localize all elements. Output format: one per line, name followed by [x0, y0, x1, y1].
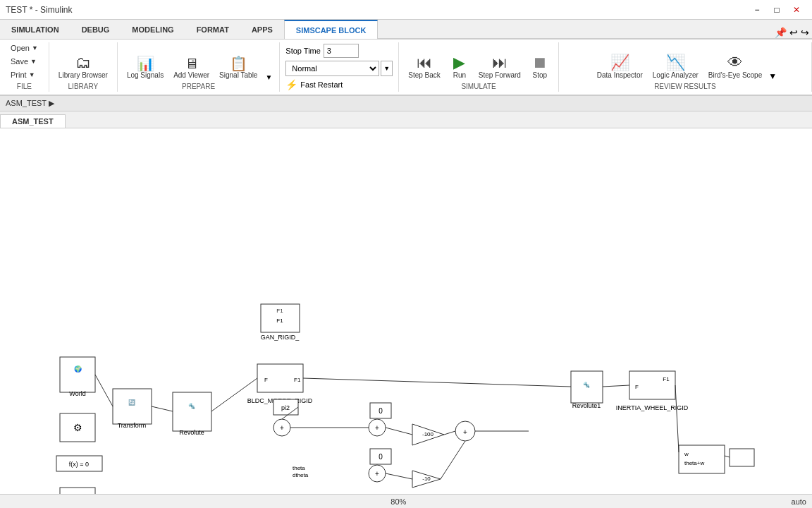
print-button[interactable]: Print ▼ [6, 68, 43, 81]
add-viewer-label: Add Viewer [173, 71, 209, 79]
svg-text:F1: F1 [294, 377, 301, 383]
file-section-items: Open ▼ Save ▼ Print ▼ [6, 42, 43, 81]
wire-display-scope [725, 456, 730, 457]
svg-text:w: w [684, 451, 689, 457]
tab-simscape-block[interactable]: SIMSCAPE BLOCK [284, 20, 379, 39]
file-label: FILE [17, 83, 32, 90]
canvas-area[interactable]: 🌍 World ⚙ f(x) = 0 0 🔄 [0, 128, 812, 494]
tabbar: ASM_TEST [0, 111, 812, 128]
breadcrumb: ASM_TEST ▶ [0, 96, 812, 111]
library-browser-button[interactable]: 🗂 Library Browser [55, 53, 111, 81]
wire-revolute1-inertia [603, 385, 629, 387]
step-back-label: Step Back [408, 71, 441, 79]
ribbon-undo-button[interactable]: ↩ [789, 27, 798, 38]
gain-10-block: -10 [412, 471, 441, 488]
svg-text:0: 0 [379, 453, 383, 461]
display-block: w theta+w [679, 445, 725, 473]
run-label: Run [453, 71, 466, 79]
svg-text:F: F [264, 377, 268, 383]
svg-text:🔩: 🔩 [583, 381, 590, 388]
stop-time-input[interactable] [324, 44, 359, 58]
svg-rect-14 [113, 389, 152, 424]
svg-text:Transform: Transform [118, 422, 147, 429]
run-icon: ▶ [453, 55, 465, 71]
pi2-block: pi2 [273, 399, 298, 415]
library-label: LIBRARY [68, 83, 99, 90]
library-browser-label: Library Browser [59, 71, 108, 79]
svg-text:F1: F1 [276, 318, 283, 324]
run-button[interactable]: ▶ Run [447, 53, 472, 81]
review-label: REVIEW RESULTS [654, 83, 716, 90]
fast-restart-row[interactable]: ⚡ Fast Restart [285, 79, 393, 90]
logic-analyzer-button[interactable]: 📉 Logic Analyzer [649, 53, 702, 81]
tab-apps[interactable]: APPS [240, 20, 284, 39]
simulink-canvas: 🌍 World ⚙ f(x) = 0 0 🔄 [0, 128, 812, 494]
svg-rect-17 [173, 392, 211, 431]
wire-gain100-sum4 [444, 431, 455, 435]
step-forward-button[interactable]: ⏭ Step Forward [475, 53, 524, 81]
simulate-label: SIMULATE [461, 83, 496, 90]
simulate-section: ⏮ Step Back ▶ Run ⏭ Step Forward ⏹ Stop … [399, 42, 559, 92]
tab-asm-test[interactable]: ASM_TEST [0, 114, 66, 128]
theta-label: theta [293, 465, 305, 471]
tab-format[interactable]: FORMAT [185, 20, 240, 39]
library-section: 🗂 Library Browser LIBRARY [49, 42, 118, 92]
stop-time-label: Stop Time [285, 47, 321, 55]
minimize-button[interactable]: − [747, 3, 767, 17]
step-back-button[interactable]: ⏮ Step Back [405, 53, 444, 81]
svg-text:+: + [280, 424, 284, 432]
close-button[interactable]: ✕ [787, 3, 806, 17]
tab-modeling[interactable]: MODELING [121, 20, 185, 39]
sim-mode-dropdown-button[interactable]: ▼ [381, 61, 393, 76]
step-back-icon: ⏮ [417, 55, 432, 71]
file-section: Open ▼ Save ▼ Print ▼ FILE [0, 42, 49, 92]
review-expand-button[interactable]: ▼ [768, 71, 777, 81]
svg-rect-57 [679, 445, 725, 473]
svg-text:Revolute: Revolute [179, 429, 204, 436]
svg-text:🔄: 🔄 [128, 399, 135, 406]
signal-table-icon: 📋 [230, 56, 247, 71]
ribbon-tabs: SIMULATION DEBUG MODELING FORMAT APPS SI… [0, 20, 812, 40]
add-viewer-button[interactable]: 🖥 Add Viewer [170, 54, 213, 81]
maximize-button[interactable]: □ [767, 3, 787, 17]
titlebar-controls: − □ ✕ [747, 3, 806, 17]
prepare-section-items: 📊 Log Signals 🖥 Add Viewer 📋 Signal Tabl… [123, 42, 273, 81]
titlebar: TEST * - Simulink − □ ✕ [0, 0, 812, 20]
open-button[interactable]: Open ▼ [6, 42, 43, 54]
signal-gen-block [60, 488, 95, 494]
svg-text:GAN_RIGID_: GAN_RIGID_ [261, 334, 300, 341]
wire-revolute-bldc [211, 378, 257, 411]
revolute1-block: 🔩 Revolute1 [571, 371, 603, 409]
prepare-expand-button[interactable]: ▼ [264, 73, 273, 81]
wire-world-transform [95, 375, 113, 406]
wire-transform-revolute [152, 406, 173, 411]
svg-text:-100: -100 [422, 431, 434, 437]
inertia-wheel-block: F F1 INERTIA_WHEEL_RIGID [616, 371, 689, 411]
save-button[interactable]: Save ▼ [6, 55, 43, 68]
print-label: Print [11, 71, 27, 79]
wire-gain10-sum4 [441, 441, 465, 479]
open-label: Open [11, 44, 30, 52]
tab-simulation[interactable]: SIMULATION [0, 20, 70, 39]
ribbon-redo-button[interactable]: ↪ [801, 27, 809, 38]
data-inspector-button[interactable]: 📈 Data Inspector [593, 53, 646, 81]
step-forward-label: Step Forward [479, 71, 521, 79]
print-dropdown-icon[interactable]: ▼ [29, 71, 35, 78]
save-dropdown-icon[interactable]: ▼ [30, 58, 37, 65]
open-dropdown-icon[interactable]: ▼ [32, 44, 38, 52]
signal-table-button[interactable]: 📋 Signal Table [216, 54, 261, 81]
prepare-label: PREPARE [182, 83, 215, 90]
tab-debug[interactable]: DEBUG [70, 20, 121, 39]
svg-text:F1: F1 [276, 308, 283, 314]
birds-eye-button[interactable]: 👁 Bird's-Eye Scope [705, 53, 765, 81]
log-signals-button[interactable]: 📊 Log Signals [123, 54, 167, 81]
stop-button[interactable]: ⏹ Stop [527, 53, 553, 81]
sim-mode-select[interactable]: Normal Accelerator Rapid Accelerator Sof… [285, 61, 379, 76]
birds-eye-label: Bird's-Eye Scope [708, 71, 762, 79]
gan-rigid-block: F1 F1 GAN_RIGID_ [261, 304, 300, 341]
scope-block-4 [730, 449, 754, 466]
function-block: f(x) = 0 [56, 456, 102, 471]
ribbon-pin-button[interactable]: 📌 [775, 27, 787, 38]
svg-text:pi2: pi2 [281, 404, 290, 411]
data-inspector-label: Data Inspector [597, 71, 643, 79]
